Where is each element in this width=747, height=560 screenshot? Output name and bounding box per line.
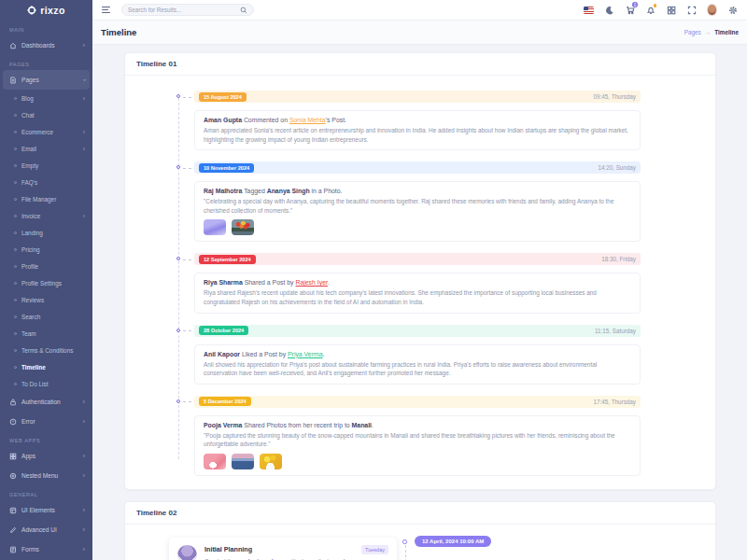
sidebar-item-nested-menu[interactable]: Nested Menu › xyxy=(0,466,92,485)
chevron-right-icon: › xyxy=(83,42,86,49)
brand-logo[interactable]: rixzo xyxy=(0,0,92,21)
page-title-bar: Timeline Pages → Timeline xyxy=(92,21,747,45)
photo-pink-abstract[interactable] xyxy=(204,454,226,469)
breadcrumb-separator: → xyxy=(705,29,711,35)
sidebar: rixzo MAIN Dashboards › PAGES Pages › Bl… xyxy=(0,0,92,560)
sidebar-item-ui-elements[interactable]: UI Elements › xyxy=(0,500,92,520)
entry-title: Pooja Verma Shared Photos from her recen… xyxy=(204,422,631,428)
chevron-right-icon: › xyxy=(83,129,85,135)
entry-card: Pooja Verma Shared Photos from her recen… xyxy=(194,415,641,476)
entry-body: Anil showed his appreciation for Priya's… xyxy=(204,360,631,378)
sidebar-item-dashboards[interactable]: Dashboards › xyxy=(0,35,92,55)
fullscreen-icon[interactable] xyxy=(686,5,697,15)
sidebar-item-team[interactable]: Team xyxy=(0,325,92,342)
timeline-connector xyxy=(183,330,191,331)
bullet-icon xyxy=(14,299,17,301)
entry-body: "Celebrating a special day with Ananya, … xyxy=(204,197,631,215)
cart-icon[interactable]: 0 xyxy=(625,5,635,15)
photo-purple-abstract[interactable] xyxy=(204,219,226,235)
sidebar-item-file-manager[interactable]: File Manager xyxy=(0,190,92,207)
entry-title: Raj Malhotra Tagged Ananya Singh in a Ph… xyxy=(204,188,631,194)
entry-title: Aman Gupta Commented on Sonia Mehta's Po… xyxy=(204,117,631,123)
brand-name: rixzo xyxy=(40,5,65,16)
sidebar-item-pricing[interactable]: Pricing xyxy=(0,241,92,258)
entry-date-badge: 5 December 2024 xyxy=(199,397,251,406)
chevron-right-icon: › xyxy=(83,546,86,553)
sidebar-item-blog[interactable]: Blog› xyxy=(0,90,92,106)
timeline-dot-icon xyxy=(176,165,180,169)
apps-grid-icon xyxy=(9,453,17,460)
avatar xyxy=(177,545,197,560)
chevron-right-icon: › xyxy=(83,146,85,152)
sidebar-item-invoice[interactable]: Invoice› xyxy=(0,207,92,224)
search-icon[interactable] xyxy=(240,7,247,14)
cart-count-badge: 0 xyxy=(632,2,638,7)
entry-time: 18:30, Friday xyxy=(601,256,636,262)
sidebar-item-email[interactable]: Email› xyxy=(0,140,92,157)
sidebar-item-profile[interactable]: Profile xyxy=(0,258,92,274)
sidebar-item-chat[interactable]: Chat xyxy=(0,106,92,123)
photo-tulip-bouquet[interactable] xyxy=(232,219,254,235)
search-input[interactable] xyxy=(128,7,240,13)
entry-date-badge: 10 November 2024 xyxy=(199,163,254,173)
entry-header: 10 November 2024 14:20, Sunday xyxy=(194,161,641,174)
photo-ocean-horizon[interactable] xyxy=(232,454,254,469)
home-icon xyxy=(9,42,17,49)
entry-body: "Pooja captured the stunning beauty of t… xyxy=(204,431,631,449)
entry-time: 17:45, Thursday xyxy=(594,399,636,405)
sidebar-item-authentication[interactable]: Authentication › xyxy=(0,392,92,412)
sidebar-section-main: MAIN xyxy=(0,21,92,35)
entry-card: Anil Kapoor Liked a Post by Priya Verma.… xyxy=(194,344,641,385)
timeline-connector xyxy=(183,168,191,169)
bullet-icon xyxy=(14,332,17,335)
sidebar-item-search[interactable]: Search xyxy=(0,308,92,325)
menu-toggle-icon[interactable] xyxy=(102,7,110,13)
language-flag-icon[interactable] xyxy=(584,5,594,15)
sidebar-item-error[interactable]: Error › xyxy=(0,412,92,431)
timeline-connector xyxy=(183,401,191,402)
sidebar-item-faqs[interactable]: FAQ's xyxy=(0,174,92,190)
breadcrumb-pages-link[interactable]: Pages xyxy=(684,29,701,35)
entry-date-badge: 15 August 2024 xyxy=(199,92,247,102)
timeline-dot-icon xyxy=(176,329,180,332)
notifications-bell-icon[interactable] xyxy=(645,5,655,15)
sidebar-section-general: GENERAL xyxy=(0,485,92,500)
person-link[interactable]: Rajesh Iyer xyxy=(295,279,327,286)
user-avatar[interactable] xyxy=(707,5,717,15)
sidebar-item-ecommerce[interactable]: Ecommerce› xyxy=(0,123,92,140)
apps-grid-icon[interactable] xyxy=(666,5,676,15)
timeline-02-item-card: Initial Planning Tuesday Created the pro… xyxy=(169,538,397,560)
sidebar-item-terms-conditions[interactable]: Terms & Conditions xyxy=(0,342,92,358)
sidebar-section-web-apps: WEB APPS xyxy=(0,431,92,446)
entry-body: Riya shared Rajesh's recent update about… xyxy=(204,288,631,306)
chevron-right-icon: › xyxy=(83,507,86,514)
sidebar-item-empty[interactable]: Empty xyxy=(0,157,92,174)
sidebar-item-pages[interactable]: Pages › xyxy=(3,70,90,90)
chevron-right-icon: › xyxy=(83,95,85,102)
sidebar-item-to-do-list[interactable]: To Do List xyxy=(0,375,92,392)
sidebar-item-advanced-ui[interactable]: Advanced UI › xyxy=(0,520,92,539)
settings-gear-icon[interactable] xyxy=(727,5,738,15)
day-badge: Tuesday xyxy=(361,545,388,554)
person-link[interactable]: Priya Verma xyxy=(288,351,323,357)
timestamp-badge: 12 April, 2024 10:00 AM xyxy=(415,536,491,547)
person-link[interactable]: Sonia Mehta xyxy=(289,117,326,123)
entry-date-badge: 12 September 2024 xyxy=(199,255,256,264)
form-icon xyxy=(9,546,17,553)
timeline-02-card: Timeline 02 Initial Planning Tuesday Cre… xyxy=(124,501,716,560)
sidebar-item-forms[interactable]: Forms › xyxy=(0,539,92,559)
item-text: Initial Planning Tuesday Created the pro… xyxy=(204,545,388,560)
photo-yellow-tulips[interactable] xyxy=(260,454,282,469)
dark-mode-moon-icon[interactable] xyxy=(604,5,614,15)
page-content: Timeline Pages → Timeline Timeline 01 15… xyxy=(92,21,747,560)
sidebar-item-apps[interactable]: Apps › xyxy=(0,446,92,466)
bullet-icon xyxy=(14,265,17,268)
timeline-entry: 10 November 2024 14:20, Sunday Raj Malho… xyxy=(194,161,641,242)
entry-date-badge: 28 October 2024 xyxy=(199,326,248,335)
sidebar-item-timeline[interactable]: Timeline xyxy=(0,358,92,375)
sidebar-item-landing[interactable]: Landing xyxy=(0,224,92,241)
lock-icon xyxy=(9,399,17,406)
sidebar-item-reviews[interactable]: Reviews xyxy=(0,291,92,308)
main-area: Timeline 01 15 August 2024 09:45, Thursd… xyxy=(92,45,747,560)
sidebar-item-profile-settings[interactable]: Profile Settings xyxy=(0,274,92,291)
